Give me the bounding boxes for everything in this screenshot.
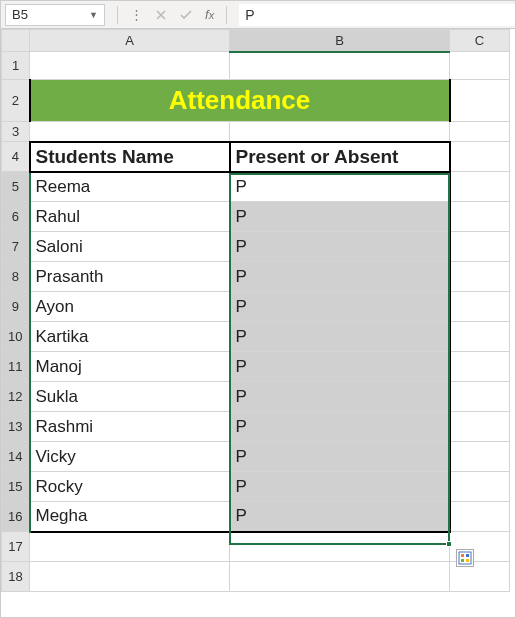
cell[interactable] [450,80,510,122]
cell-name[interactable]: Sukla [30,382,230,412]
cell-status[interactable]: P [230,322,450,352]
cell[interactable] [450,292,510,322]
row-header[interactable]: 9 [2,292,30,322]
cell-name[interactable]: Rahul [30,202,230,232]
cell[interactable] [230,122,450,142]
row-header[interactable]: 8 [2,262,30,292]
cell[interactable] [450,232,510,262]
cell-name[interactable]: Rashmi [30,412,230,442]
cell[interactable] [450,472,510,502]
row-header[interactable]: 13 [2,412,30,442]
svg-rect-4 [466,559,469,562]
ellipsis-icon[interactable]: ⋮ [130,7,143,22]
cell-status[interactable]: P [230,502,450,532]
cell[interactable] [450,52,510,80]
name-box-value: B5 [12,7,28,22]
svg-rect-0 [459,552,471,564]
divider [226,6,227,24]
cell-name[interactable]: Ayon [30,292,230,322]
fx-icon[interactable]: fx [205,7,214,22]
cell[interactable] [450,442,510,472]
cell[interactable] [30,52,230,80]
col-header-a[interactable]: A [30,30,230,52]
cell[interactable] [30,562,230,592]
col-header-b[interactable]: B [230,30,450,52]
row-header[interactable]: 5 [2,172,30,202]
cell[interactable] [30,122,230,142]
cell[interactable] [450,122,510,142]
row-header[interactable]: 6 [2,202,30,232]
cell[interactable] [450,352,510,382]
formula-bar-row: B5 ▼ ⋮ fx [1,1,515,29]
row-header[interactable]: 7 [2,232,30,262]
header-present-absent[interactable]: Present or Absent [230,142,450,172]
name-box[interactable]: B5 ▼ [5,4,105,26]
cell-status[interactable]: P [230,292,450,322]
cell[interactable] [450,142,510,172]
cell-name[interactable]: Manoj [30,352,230,382]
cell[interactable] [450,262,510,292]
cell-status[interactable]: P [230,412,450,442]
row-header[interactable]: 4 [2,142,30,172]
cell-name[interactable]: Saloni [30,232,230,262]
cell-status[interactable]: P [230,382,450,412]
row-header[interactable]: 10 [2,322,30,352]
cell[interactable] [30,532,230,562]
divider [117,6,118,24]
row-header[interactable]: 16 [2,502,30,532]
row-header[interactable]: 12 [2,382,30,412]
row-header[interactable]: 14 [2,442,30,472]
cell-status[interactable]: P [230,172,450,202]
row-header[interactable]: 18 [2,562,30,592]
row-header[interactable]: 2 [2,80,30,122]
formula-input[interactable] [239,4,515,26]
cell-status[interactable]: P [230,262,450,292]
cell[interactable] [450,502,510,532]
cell[interactable] [230,52,450,80]
title-cell[interactable]: Attendance [30,80,450,122]
spreadsheet-grid[interactable]: A B C 1 2 Attendance 3 4 Students Name P… [1,29,515,592]
row-header[interactable]: 1 [2,52,30,80]
check-icon[interactable] [179,9,193,21]
row-header[interactable]: 17 [2,532,30,562]
chevron-down-icon[interactable]: ▼ [89,10,98,20]
flash-fill-icon[interactable] [456,549,474,567]
cell-name[interactable]: Rocky [30,472,230,502]
cell-name[interactable]: Reema [30,172,230,202]
row-header[interactable]: 11 [2,352,30,382]
svg-rect-2 [466,554,469,557]
row-header[interactable]: 3 [2,122,30,142]
cell-name[interactable]: Vicky [30,442,230,472]
cell-status[interactable]: P [230,232,450,262]
row-header[interactable]: 15 [2,472,30,502]
cell[interactable] [450,202,510,232]
cell-name[interactable]: Megha [30,502,230,532]
cell[interactable] [450,412,510,442]
cell-status[interactable]: P [230,202,450,232]
cell[interactable] [230,532,450,562]
cancel-icon[interactable] [155,9,167,21]
select-all-corner[interactable] [2,30,30,52]
cell-name[interactable]: Kartika [30,322,230,352]
cell[interactable] [450,382,510,412]
cell[interactable] [450,322,510,352]
header-students-name[interactable]: Students Name [30,142,230,172]
cell[interactable] [450,172,510,202]
cell-status[interactable]: P [230,352,450,382]
cell[interactable] [230,562,450,592]
cell-name[interactable]: Prasanth [30,262,230,292]
cell-status[interactable]: P [230,472,450,502]
cell-status[interactable]: P [230,442,450,472]
edit-bar: ⋮ fx [109,1,235,28]
svg-rect-1 [461,554,464,557]
col-header-c[interactable]: C [450,30,510,52]
svg-rect-3 [461,559,464,562]
